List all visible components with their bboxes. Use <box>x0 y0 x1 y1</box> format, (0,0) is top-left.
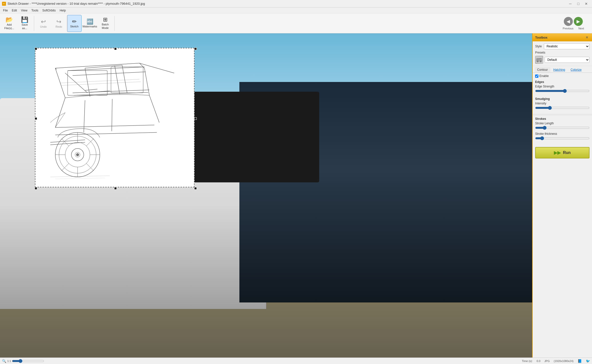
svg-line-15 <box>65 73 87 93</box>
menu-view[interactable]: View <box>19 8 29 13</box>
edges-title: Edges <box>535 80 590 84</box>
svg-line-19 <box>84 100 85 133</box>
redo-button[interactable]: ↪ Redo <box>52 15 66 32</box>
style-label: Style <box>535 45 542 48</box>
batch-mode-button[interactable]: ⊞ BatchMode <box>98 15 112 32</box>
next-label: Next <box>578 27 584 30</box>
sketch-label: Sketch <box>70 25 79 28</box>
next-button[interactable]: ▶ <box>574 17 583 26</box>
undo-button[interactable]: ↩ Undo <box>36 15 51 32</box>
run-icon: ▶▶ <box>554 150 561 155</box>
svg-line-38 <box>55 178 105 179</box>
enable-row: Enable <box>533 73 592 79</box>
save-as-label: Saveas... <box>21 23 28 30</box>
svg-line-7 <box>149 95 159 123</box>
svg-point-46 <box>540 60 542 62</box>
selection-handle-tc[interactable] <box>114 48 117 50</box>
selection-handle-bc[interactable] <box>114 187 117 190</box>
watermarks-button[interactable]: 🔤 Watermarks <box>83 15 97 32</box>
close-button[interactable]: ✕ <box>583 1 590 6</box>
preset-select[interactable]: Default Soft Hard Fine Lines <box>545 57 590 63</box>
svg-line-8 <box>55 125 154 128</box>
toolbar: 📂 AddFile(s)... 💾 Saveas... ↩ Undo ↪ Red… <box>0 13 592 33</box>
undo-label: Undo <box>40 25 47 28</box>
tab-contour[interactable]: Contour <box>535 67 550 73</box>
svg-line-34 <box>62 163 69 171</box>
divider-strokes <box>533 114 592 114</box>
canvas-area[interactable] <box>0 33 532 358</box>
nav-controls: ◀ ▶ Previous Next <box>563 17 584 30</box>
strokes-section: Strokes Stroke Length Stroke thickness <box>533 115 592 144</box>
main-area: Toolbox ✕ Style Realistic Artistic Comic… <box>0 33 592 358</box>
menu-softorbits[interactable]: SoftOrbits <box>40 8 58 13</box>
style-row: Style Realistic Artistic Comic Cartoon <box>535 43 590 49</box>
window-controls: ─ □ ✕ <box>567 1 590 6</box>
minimize-button[interactable]: ─ <box>567 1 574 6</box>
svg-line-14 <box>73 72 146 75</box>
selection-handle-bl[interactable] <box>35 187 37 190</box>
edges-section: Edges Edge Strength <box>533 79 592 96</box>
svg-line-33 <box>86 163 94 171</box>
toolbar-separator-1 <box>34 16 34 31</box>
menu-help[interactable]: Help <box>58 8 68 13</box>
svg-line-16 <box>85 65 122 68</box>
selection-handle-tr[interactable] <box>194 48 197 50</box>
add-files-label: AddFile(s)... <box>4 23 14 30</box>
svg-point-45 <box>537 60 539 62</box>
run-button[interactable]: ▶▶ Run <box>535 147 590 158</box>
save-as-button[interactable]: 💾 Saveas... <box>17 15 32 32</box>
tab-hatching[interactable]: Hatching <box>551 67 568 73</box>
save-as-icon: 💾 <box>21 17 28 23</box>
batch-mode-icon: ⊞ <box>103 17 107 22</box>
intensity-slider[interactable] <box>535 106 590 110</box>
sketch-content <box>35 48 194 187</box>
add-files-button[interactable]: 📂 AddFile(s)... <box>2 15 16 32</box>
menu-edit[interactable]: Edit <box>10 8 19 13</box>
stroke-length-slider-container <box>535 126 590 130</box>
svg-line-5 <box>144 68 149 95</box>
social-icon-1[interactable]: 📘 <box>578 359 582 363</box>
zoom-value: 1:1 <box>7 360 11 363</box>
svg-line-39 <box>85 89 98 90</box>
svg-point-36 <box>76 153 79 156</box>
stroke-length-slider[interactable] <box>535 126 590 130</box>
svg-line-0 <box>55 63 140 68</box>
titlebar: ✏ Sketch Drawer - ****Unregistered versi… <box>0 0 592 7</box>
svg-line-17 <box>50 140 85 142</box>
selection-handle-br[interactable] <box>194 187 197 190</box>
tab-colorize[interactable]: Colorize <box>568 67 584 73</box>
stroke-thickness-slider[interactable] <box>535 136 590 141</box>
sketch-button[interactable]: ✏ Sketch <box>67 15 82 32</box>
intensity-slider-container <box>535 106 590 110</box>
sketch-svg <box>35 48 194 187</box>
previous-button[interactable]: ◀ <box>564 17 573 26</box>
selection-handle-ml[interactable] <box>35 117 37 120</box>
svg-line-12 <box>122 65 127 93</box>
edge-strength-slider[interactable] <box>535 89 590 93</box>
enable-checkbox[interactable] <box>535 74 538 78</box>
menu-tools[interactable]: Tools <box>29 8 40 13</box>
time-value: 0.0 <box>537 360 540 363</box>
social-icon-2[interactable]: 🐦 <box>586 359 590 363</box>
svg-line-35 <box>86 139 94 146</box>
run-label: Run <box>563 150 571 155</box>
style-select[interactable]: Realistic Artistic Comic Cartoon <box>544 43 590 49</box>
toolbox: Toolbox ✕ Style Realistic Artistic Comic… <box>532 33 592 358</box>
toolbox-close-button[interactable]: ✕ <box>585 35 590 40</box>
run-section: ▶▶ Run <box>533 144 592 161</box>
menubar: File Edit View Tools SoftOrbits Help <box>0 7 592 13</box>
zoom-slider[interactable] <box>12 359 44 363</box>
sketch-overlay[interactable] <box>35 48 195 187</box>
presets-label: Presets <box>535 51 545 54</box>
toolbox-header: Toolbox ✕ <box>533 33 592 41</box>
selection-handle-mr[interactable] <box>194 117 197 120</box>
app-icon: ✏ <box>2 2 6 6</box>
zoom-icon: 🔍 <box>2 359 6 363</box>
svg-line-18 <box>50 142 85 145</box>
svg-line-11 <box>115 66 120 94</box>
selection-handle-tl[interactable] <box>35 48 37 50</box>
stroke-length-label: Stroke Length <box>535 122 590 125</box>
svg-line-6 <box>55 98 65 128</box>
menu-file[interactable]: File <box>1 8 10 13</box>
maximize-button[interactable]: □ <box>575 1 582 6</box>
